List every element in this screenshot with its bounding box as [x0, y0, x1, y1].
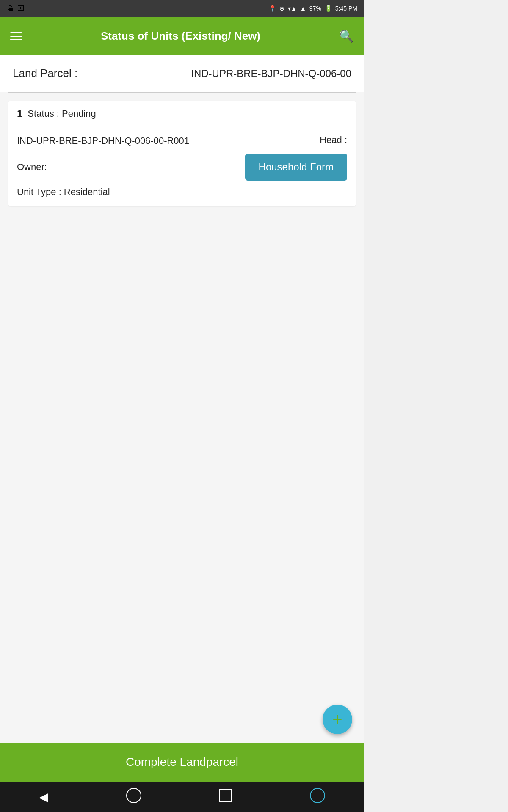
complete-btn-container: Complete Landparcel — [0, 743, 364, 782]
unit-owner-row: Owner: Household Form — [17, 154, 347, 181]
main-content: Land Parcel : IND-UPR-BRE-BJP-DHN-Q-006-… — [0, 55, 364, 782]
unit-list: 1 Status : Pending IND-UPR-BRE-BJP-DHN-Q… — [0, 93, 364, 700]
land-parcel-section: Land Parcel : IND-UPR-BRE-BJP-DHN-Q-006-… — [0, 55, 364, 92]
unit-number: 1 — [17, 108, 22, 120]
home-button[interactable] — [122, 784, 146, 810]
home-icon — [126, 788, 141, 803]
unit-type-row: Unit Type : Residential — [17, 187, 347, 198]
weather-icon: 🌤 — [7, 5, 14, 12]
back-button[interactable]: ◀ — [35, 786, 52, 808]
minus-icon: ⊖ — [279, 5, 284, 12]
recents-button[interactable] — [215, 785, 236, 809]
unit-status: Status : Pending — [28, 108, 96, 119]
land-parcel-value: IND-UPR-BRE-BJP-DHN-Q-006-00 — [191, 68, 351, 80]
recents-icon — [219, 789, 232, 802]
unit-card-body: IND-UPR-BRE-BJP-DHN-Q-006-00-R001 Head :… — [8, 124, 356, 206]
status-bar-right: 📍 ⊖ ▾▲ ▲ 97% 🔋 5:45 PM — [269, 5, 357, 12]
land-parcel-row: Land Parcel : IND-UPR-BRE-BJP-DHN-Q-006-… — [13, 67, 351, 80]
owner-label: Owner: — [17, 162, 47, 173]
time-label: 5:45 PM — [335, 5, 357, 12]
status-bar: 🌤 🖼 📍 ⊖ ▾▲ ▲ 97% 🔋 5:45 PM — [0, 0, 364, 17]
hamburger-menu-button[interactable] — [10, 32, 22, 40]
signal-icon: ▾▲ — [288, 5, 297, 12]
alexa-button[interactable] — [306, 784, 329, 810]
location-icon: 📍 — [269, 5, 276, 12]
battery-icon: 🔋 — [325, 5, 332, 12]
add-unit-fab[interactable]: + — [323, 705, 352, 734]
unit-card-header: 1 Status : Pending — [8, 101, 356, 124]
photo-icon: 🖼 — [18, 5, 25, 12]
app-bar: Status of Units (Existing/ New) 🔍 — [0, 17, 364, 55]
unit-info-row: IND-UPR-BRE-BJP-DHN-Q-006-00-R001 Head : — [17, 134, 347, 148]
battery-label: 97% — [309, 5, 321, 12]
bottom-nav: ◀ — [0, 782, 364, 812]
unit-card: 1 Status : Pending IND-UPR-BRE-BJP-DHN-Q… — [8, 101, 356, 206]
alexa-icon — [310, 788, 325, 803]
land-parcel-label: Land Parcel : — [13, 67, 77, 80]
plus-icon: + — [332, 711, 342, 728]
head-label: Head : — [320, 134, 347, 145]
complete-landparcel-button[interactable]: Complete Landparcel — [0, 743, 364, 782]
app-bar-title: Status of Units (Existing/ New) — [22, 30, 339, 43]
wifi-icon: ▲ — [300, 5, 306, 12]
fab-container: + — [0, 700, 364, 743]
unit-id: IND-UPR-BRE-BJP-DHN-Q-006-00-R001 — [17, 134, 189, 148]
back-icon: ◀ — [39, 790, 48, 804]
search-icon[interactable]: 🔍 — [339, 29, 354, 43]
household-form-button[interactable]: Household Form — [245, 154, 347, 181]
status-bar-left: 🌤 🖼 — [7, 5, 25, 12]
